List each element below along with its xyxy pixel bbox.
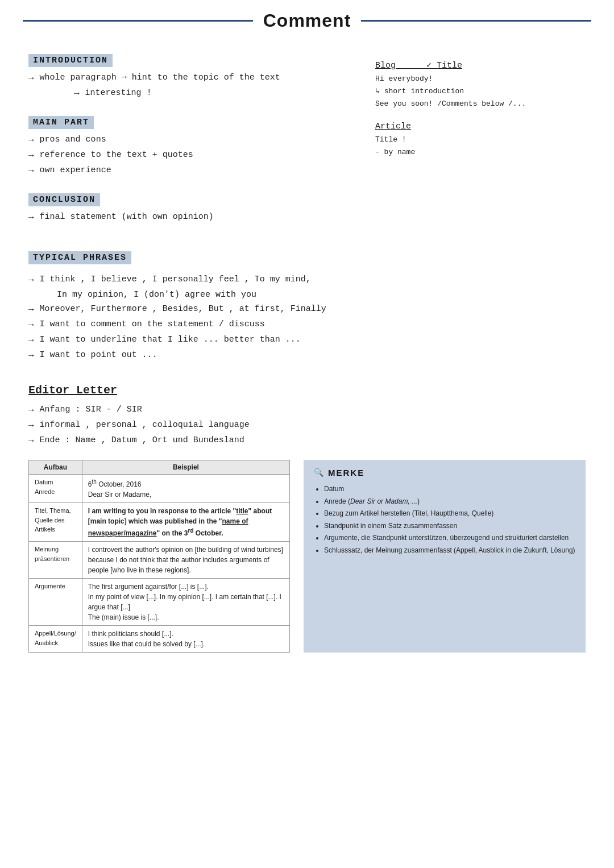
left-column: INTRODUCTION → whole paragraph → hint to… <box>28 54 358 240</box>
table-cell-content: 6th October, 2016 Dear Sir or Madame, <box>82 475 289 503</box>
phrase-item-4: → I want to underline that I like ... be… <box>28 335 586 346</box>
main-item-2: → reference to the text + quotes <box>28 150 358 161</box>
blog-line-3: See you soon! /Comments below /... <box>375 98 529 110</box>
editor-item-1: → Anfang : SIR - / SIR <box>28 405 586 416</box>
editor-letter-heading: Editor Letter <box>28 384 586 397</box>
introduction-label: INTRODUCTION <box>28 54 358 73</box>
arrow-icon: → <box>28 335 34 346</box>
main-content: INTRODUCTION → whole paragraph → hint to… <box>0 37 614 251</box>
introduction-section: INTRODUCTION → whole paragraph → hint to… <box>28 54 358 99</box>
arrow-icon: → <box>28 351 34 361</box>
table-cell-label: Argumente <box>29 579 82 626</box>
intro-sub-item-1: → interesting ! <box>74 88 358 99</box>
list-item: Argumente, die Standpunkt unterstützen, … <box>324 532 575 545</box>
arrow-icon: → <box>28 73 34 84</box>
intro-text-1: whole paragraph → hint to the topic of t… <box>40 73 280 82</box>
phrase-item-5: → I want to point out ... <box>28 350 586 361</box>
arrow-icon: → <box>28 213 34 223</box>
table-cell-content: I think politicians should [...]. Issues… <box>82 626 289 653</box>
list-item: Anrede (Dear Sir or Madam, ...) <box>324 496 575 508</box>
blog-line-2: ↳ short introduction <box>375 85 529 98</box>
main-part-label: MAIN PART <box>28 116 358 135</box>
intro-sub-text-1: interesting ! <box>85 88 152 98</box>
article-block: Article Title ! - by name <box>375 122 529 159</box>
merke-icon: 🔍 <box>314 468 323 477</box>
arrow-icon: → <box>28 305 34 315</box>
article-line-2: - by name <box>375 146 529 159</box>
phrase-item-1b: In my opinion, I (don't) agree with you <box>57 290 586 300</box>
arrow-icon: → <box>28 436 34 446</box>
article-line-1: Title ! <box>375 134 529 146</box>
arrow-icon: → <box>28 421 34 431</box>
arrow-icon: → <box>28 320 34 330</box>
table-cell-label: DatumAnrede <box>29 475 82 503</box>
header: Comment <box>0 0 614 37</box>
merke-list: Datum Anrede (Dear Sir or Madam, ...) Be… <box>314 483 575 557</box>
table-row: Meinungpräsentieren I controvert the aut… <box>29 542 290 579</box>
merke-title: MERKE <box>328 468 364 477</box>
typical-phrases-section: TYPICAL PHRASES → I think , I believe , … <box>0 251 614 361</box>
merke-box: 🔍 MERKE Datum Anrede (Dear Sir or Madam,… <box>304 460 586 653</box>
table-row: DatumAnrede 6th October, 2016 Dear Sir o… <box>29 475 290 503</box>
intro-item-1: → whole paragraph → hint to the topic of… <box>28 73 358 84</box>
blog-block: Blog ✓ Title Hi everybody! ↳ short intro… <box>375 60 529 110</box>
arrow-icon: → <box>28 135 34 146</box>
table-cell-content: The first argument against/for [...] is … <box>82 579 289 626</box>
bottom-content: Aufbau Beispiel DatumAnrede 6th October,… <box>28 460 586 653</box>
phrase-item-1: → I think , I believe , I personally fee… <box>28 275 586 285</box>
list-item: Bezug zum Artikel herstellen (Titel, Hau… <box>324 508 575 520</box>
arrow-icon: → <box>28 166 34 176</box>
table-row: Appell/Lösung/Ausblick I think politicia… <box>29 626 290 653</box>
table-cell-content: I controvert the author's opinion on [th… <box>82 542 289 579</box>
editor-item-3: → Ende : Name , Datum , Ort und Bundesla… <box>28 435 586 446</box>
right-column: Blog ✓ Title Hi everybody! ↳ short intro… <box>358 54 529 240</box>
phrase-item-2: → Moreover, Furthermore , Besides, But ,… <box>28 304 586 315</box>
arrow-icon: → <box>28 405 34 416</box>
main-part-section: MAIN PART → pros and cons → reference to… <box>28 116 358 176</box>
table-row: Titel, Thema,Quelle desArtikels I am wri… <box>29 503 290 542</box>
table-cell-label: Meinungpräsentieren <box>29 542 82 579</box>
table-header-beispiel: Beispiel <box>82 460 289 475</box>
phrase-item-3: → I want to comment on the statement / d… <box>28 319 586 330</box>
list-item: Datum <box>324 483 575 496</box>
table-row: Argumente The first argument against/for… <box>29 579 290 626</box>
conclusion-label: CONCLUSION <box>28 193 358 212</box>
editor-item-2: → informal , personal , colloquial langu… <box>28 420 586 431</box>
blog-heading: Blog ✓ Title <box>375 60 529 70</box>
main-item-1: → pros and cons <box>28 135 358 146</box>
arrow-icon: → <box>28 275 34 285</box>
blog-line-1: Hi everybody! <box>375 73 529 85</box>
conclusion-section: CONCLUSION → final statement (with own o… <box>28 193 358 223</box>
header-line-left <box>23 20 253 22</box>
table-cell-content: I am writing to you in response to the a… <box>82 503 289 542</box>
table-cell-label: Appell/Lösung/Ausblick <box>29 626 82 653</box>
table-header-aufbau: Aufbau <box>29 460 82 475</box>
main-item-3: → own experience <box>28 165 358 176</box>
article-heading: Article <box>375 122 529 131</box>
arrow-icon: → <box>28 151 34 161</box>
list-item: Standpunkt in einem Satz zusammenfassen <box>324 520 575 533</box>
conclusion-item-1: → final statement (with own opinion) <box>28 212 358 223</box>
table-cell-label: Titel, Thema,Quelle desArtikels <box>29 503 82 542</box>
merke-header: 🔍 MERKE <box>314 468 575 477</box>
structure-table: Aufbau Beispiel DatumAnrede 6th October,… <box>28 460 290 653</box>
typical-phrases-label: TYPICAL PHRASES <box>28 251 586 270</box>
list-item: Schlusssatz, der Meinung zusammenfasst (… <box>324 545 575 557</box>
editor-letter-section: Editor Letter → Anfang : SIR - / SIR → i… <box>0 372 614 664</box>
arrow-icon: → <box>74 89 80 99</box>
page-title: Comment <box>263 10 351 31</box>
header-line-right <box>361 20 591 22</box>
